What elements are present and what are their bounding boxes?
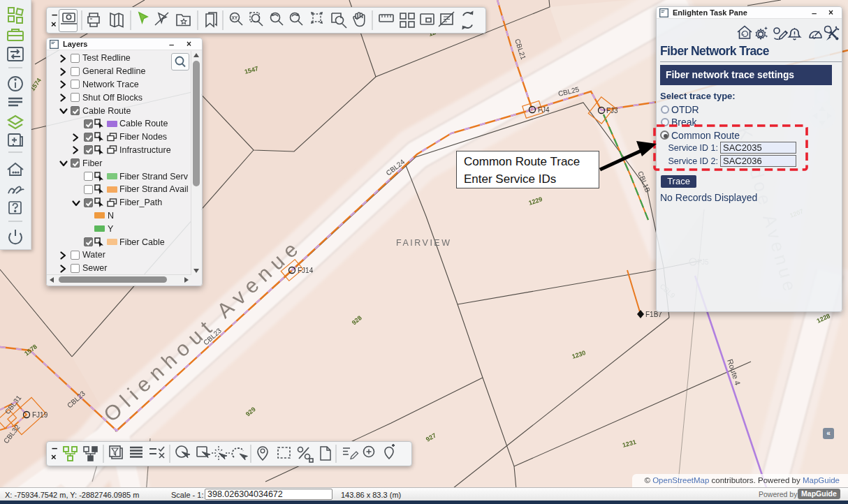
svg-text:FJ3: FJ3	[606, 107, 618, 114]
svg-text:FJ19: FJ19	[32, 411, 48, 419]
svg-text:FAIRVIEW: FAIRVIEW	[396, 238, 452, 248]
svg-text:XY: XY	[232, 15, 238, 20]
svg-text:FJ4: FJ4	[538, 106, 550, 114]
svg-text:FJ14: FJ14	[298, 267, 314, 274]
